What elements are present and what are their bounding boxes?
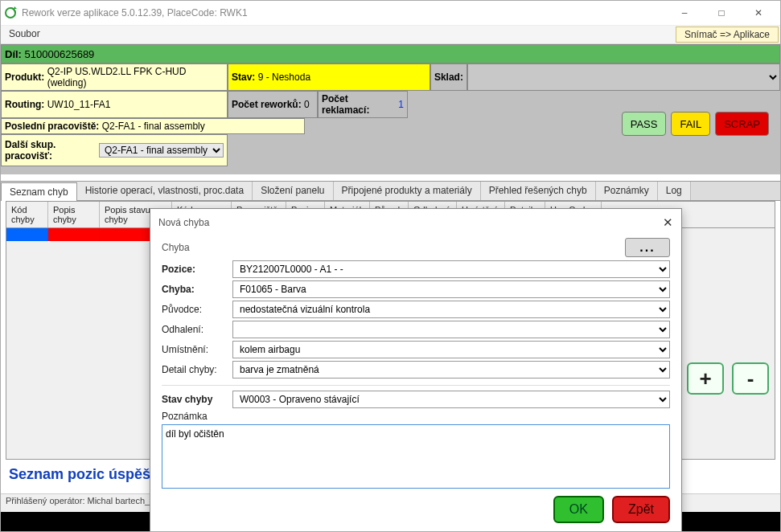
minimize-button[interactable]: – [666,1,703,25]
dalsi-cell: Další skup. pracovišť: Q2-FA1 - final as… [1,134,228,166]
close-button[interactable]: ✕ [740,1,777,25]
operator-label: Přihlášený operátor: Michal bartech_Vane [6,496,170,505]
dil-label: Díl: [5,48,22,60]
menubar: Soubor Snímač => Aplikace [1,26,780,44]
reklamaci-cell: Počet reklamací: 1 [318,91,408,118]
dil-value: 510000625689 [25,48,95,60]
puvodce-select[interactable]: nedostatečná vizuální kontrola [232,301,670,318]
svg-marker-1 [14,6,17,9]
tab-poznamky[interactable]: Poznámky [596,182,658,200]
dialog-close-icon[interactable]: ✕ [663,215,673,230]
pass-button[interactable]: PASS [622,112,667,136]
routing-value: UW10_11-FA1 [47,99,111,110]
maximize-button[interactable]: □ [703,1,740,25]
posledni-cell: Poslední pracoviště: Q2-FA1 - final asse… [1,118,305,134]
tab-log[interactable]: Log [658,182,691,200]
tab-slozeni[interactable]: Složení panelu [253,182,333,200]
tab-historie[interactable]: Historie operací, vlastnosti, proc.data [77,182,253,200]
app-icon [4,6,17,19]
pozice-label: Pozice: [162,264,226,275]
sklad-label-cell: Sklad: [430,63,467,91]
product-cell: Produkt: Q2-IP US.WLD2.LL FPK C-HUD (wel… [1,63,228,91]
back-button[interactable]: Zpět [612,496,670,523]
menu-file[interactable]: Soubor [1,26,48,43]
col-kod-chyby[interactable]: Kód chyby [6,202,48,227]
sklad-label: Sklad: [434,72,463,83]
puvodce-label: Původce: [162,304,226,315]
ok-button[interactable]: OK [553,496,604,523]
plus-button[interactable]: + [687,362,724,395]
sklad-value-cell [467,63,780,91]
tab-prehled[interactable]: Přehled řešených chyb [481,182,596,200]
action-buttons: PASS FAIL SCRAP [622,112,769,136]
umisteni-select[interactable]: kolem airbagu [232,341,670,358]
sklad-select[interactable] [468,64,779,90]
chyba-label: Chyba: [162,284,226,295]
reworku-cell: Počet reworků: 0 [228,91,318,118]
reklamaci-value: 1 [398,99,404,110]
browse-button[interactable]: ... [625,238,670,257]
reklamaci-label: Počet reklamací: [322,93,396,116]
detail-label: Detail chyby: [162,364,226,375]
dialog-section: Chyba [162,242,190,253]
fail-button[interactable]: FAIL [671,112,710,136]
window-title: Rework verze aplikace 5.0.12.39, PlaceCo… [22,7,666,18]
col-popis-chyby[interactable]: Popis chyby [48,202,100,227]
pozice-select[interactable]: BY212007L0000 - A1 - - [232,260,670,278]
odhaleni-label: Odhalení: [162,324,226,335]
stav-value: 9 - Neshoda [258,72,310,83]
routing-label: Routing: [5,99,44,110]
dalsi-select[interactable]: Q2-FA1 - final assembly [99,143,224,158]
chyba-select[interactable]: F01065 - Barva [232,280,670,298]
poznamka-label: Poznámka [162,411,226,422]
tab-strip: Seznam chyb Historie operací, vlastnosti… [1,181,780,201]
scrap-button[interactable]: SCRAP [715,112,769,136]
posledni-value: Q2-FA1 - final assembly [102,121,205,132]
dalsi-label: Další skup. pracovišť: [5,139,94,162]
stav-cell: Stav: 9 - Neshoda [228,63,430,91]
stav-chyby-label: Stav chyby [162,394,226,405]
detail-select[interactable]: barva je zmatněná [232,361,670,379]
stav-label: Stav: [232,72,255,83]
new-error-dialog: Nová chyba ✕ Chyba ... Pozice: BY212007L… [150,208,682,532]
plus-minus-group: + - [687,362,769,395]
snimac-aplikace-button[interactable]: Snímač => Aplikace [676,27,779,43]
poznamka-input[interactable] [162,424,670,489]
tab-seznam-chyb[interactable]: Seznam chyb [1,182,77,201]
product-label: Produkt: [5,72,44,83]
stav-chyby-select[interactable]: W0003 - Opraveno stávající [232,391,670,408]
reworku-value: 0 [304,99,310,110]
dialog-title: Nová chyba [158,217,209,228]
dil-row: Díl: 510000625689 [1,44,780,63]
routing-cell: Routing: UW10_11-FA1 [1,91,228,118]
minus-button[interactable]: - [732,362,769,395]
titlebar: Rework verze aplikace 5.0.12.39, PlaceCo… [1,1,780,26]
tab-pripojene[interactable]: Připojené produkty a materiály [334,182,481,200]
odhaleni-select[interactable] [232,321,670,338]
reworku-label: Počet reworků: [232,99,302,110]
posledni-label: Poslední pracoviště: [5,121,99,132]
umisteni-label: Umístnění: [162,344,226,355]
product-value: Q2-IP US.WLD2.LL FPK C-HUD (welding) [47,66,224,88]
